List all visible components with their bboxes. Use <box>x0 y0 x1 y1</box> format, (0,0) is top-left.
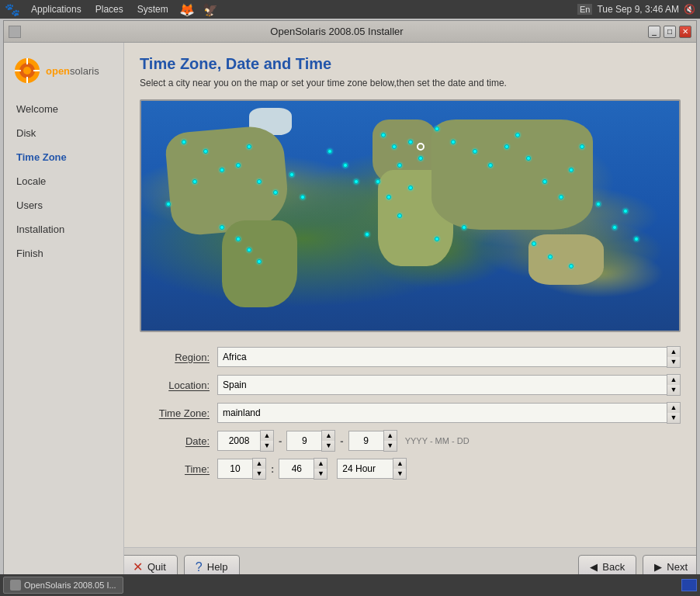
region-select[interactable]: Africa <box>217 347 667 367</box>
timezone-down-button[interactable]: ▼ <box>667 413 680 423</box>
places-menu[interactable]: Places <box>92 2 126 16</box>
year-up-button[interactable]: ▲ <box>261 431 273 441</box>
sidebar-item-locale[interactable]: Locale <box>4 169 123 193</box>
time-format-up-button[interactable]: ▲ <box>393 459 406 469</box>
month-up-button[interactable]: ▲ <box>322 431 334 441</box>
city-dot[interactable] <box>569 264 574 269</box>
city-dot[interactable] <box>542 179 547 184</box>
city-dot[interactable] <box>289 172 294 177</box>
lang-indicator: En <box>577 4 592 15</box>
year-down-button[interactable]: ▼ <box>261 441 273 451</box>
city-dot[interactable] <box>257 259 262 264</box>
region-select-container: Africa ▲ ▼ <box>217 346 681 368</box>
city-dot[interactable] <box>397 163 402 168</box>
city-dot[interactable] <box>451 140 456 144</box>
city-dot[interactable] <box>300 195 305 199</box>
city-dot[interactable] <box>392 144 397 149</box>
sidebar-item-welcome[interactable]: Welcome <box>4 97 123 121</box>
day-down-button[interactable]: ▼ <box>384 441 397 451</box>
city-dot[interactable] <box>526 156 531 161</box>
firefox-icon[interactable]: 🦊 <box>179 2 195 17</box>
city-dot[interactable] <box>515 133 520 137</box>
region-up-button[interactable]: ▲ <box>667 347 680 357</box>
city-dot[interactable] <box>220 168 224 172</box>
maximize-button[interactable]: □ <box>664 26 676 38</box>
city-dot[interactable] <box>408 185 413 190</box>
city-dot[interactable] <box>236 237 241 241</box>
city-dot[interactable] <box>343 163 348 168</box>
minimize-button[interactable]: _ <box>648 26 660 38</box>
timezone-select-container: mainland ▲ ▼ <box>217 402 681 424</box>
city-dot[interactable] <box>247 144 251 149</box>
location-up-button[interactable]: ▲ <box>667 375 680 385</box>
city-dot[interactable] <box>273 190 278 195</box>
city-dot[interactable] <box>327 149 332 154</box>
city-dot[interactable] <box>623 209 628 213</box>
city-dot[interactable] <box>462 225 466 230</box>
world-map[interactable] <box>140 99 681 332</box>
city-dot[interactable] <box>365 232 369 237</box>
city-dot[interactable] <box>236 163 241 168</box>
city-dot[interactable] <box>488 163 493 168</box>
hour-down-button[interactable]: ▼ <box>253 469 265 479</box>
quit-label: Quit <box>147 561 166 573</box>
city-dot[interactable] <box>548 255 553 259</box>
city-dot[interactable] <box>397 213 402 218</box>
city-dot[interactable] <box>257 179 262 184</box>
city-dot[interactable] <box>634 237 639 241</box>
sidebar-item-timezone[interactable]: Time Zone <box>4 145 123 169</box>
sidebar-item-disk[interactable]: Disk <box>4 121 123 145</box>
day-up-button[interactable]: ▲ <box>384 431 397 441</box>
minute-down-button[interactable]: ▼ <box>314 469 327 479</box>
thunderbird-icon[interactable]: 🦅 <box>203 2 218 17</box>
city-dot[interactable] <box>569 168 574 172</box>
city-dot[interactable] <box>580 144 584 149</box>
city-dot[interactable] <box>418 156 423 161</box>
city-dot[interactable] <box>435 126 439 131</box>
city-dot[interactable] <box>182 140 186 144</box>
close-button[interactable]: ✕ <box>679 26 691 38</box>
city-dot[interactable] <box>386 195 391 199</box>
city-dot[interactable] <box>220 225 224 230</box>
city-dot[interactable] <box>596 202 601 206</box>
gnome-foot-icon[interactable]: 🐾 <box>5 2 20 17</box>
month-input[interactable]: 9 <box>286 431 321 451</box>
time-format-down-button[interactable]: ▼ <box>393 469 406 479</box>
city-dot[interactable] <box>408 140 413 144</box>
region-down-button[interactable]: ▼ <box>667 357 680 367</box>
city-dot[interactable] <box>166 202 171 206</box>
sidebar-item-installation[interactable]: Installation <box>4 217 123 241</box>
city-dot[interactable] <box>532 241 536 246</box>
day-input[interactable]: 9 <box>348 431 383 451</box>
minute-up-button[interactable]: ▲ <box>314 459 327 469</box>
sidebar-item-finish[interactable]: Finish <box>4 241 123 265</box>
location-down-button[interactable]: ▼ <box>667 385 680 395</box>
city-dot[interactable] <box>473 149 477 154</box>
city-dot[interactable] <box>203 149 208 154</box>
system-menu[interactable]: System <box>134 2 172 16</box>
city-dot[interactable] <box>612 225 617 230</box>
city-dot[interactable] <box>504 144 509 149</box>
speaker-icon[interactable]: 🔇 <box>684 4 695 15</box>
city-dot[interactable] <box>247 248 251 252</box>
sidebar-item-users[interactable]: Users <box>4 193 123 217</box>
applications-menu[interactable]: Applications <box>28 2 85 16</box>
timezone-up-button[interactable]: ▲ <box>667 403 680 413</box>
city-dot[interactable] <box>381 133 386 137</box>
city-dot[interactable] <box>376 179 380 184</box>
taskbar-app-button[interactable]: OpenSolaris 2008.05 I... <box>3 577 123 594</box>
city-dot[interactable] <box>559 195 563 199</box>
location-select[interactable]: Spain <box>217 375 667 395</box>
hour-input[interactable]: 10 <box>217 459 252 479</box>
city-dot[interactable] <box>354 179 359 184</box>
minute-input[interactable]: 46 <box>279 459 314 479</box>
city-dot[interactable] <box>192 179 197 184</box>
year-input[interactable]: 2008 <box>217 431 260 451</box>
city-dot[interactable] <box>435 237 439 241</box>
timezone-select[interactable]: mainland <box>217 403 667 423</box>
date-field: 2008 ▲ ▼ - 9 ▲ <box>217 427 681 455</box>
time-format-select[interactable]: 24 Hour <box>337 459 393 479</box>
hour-up-button[interactable]: ▲ <box>253 459 265 469</box>
region-label: Region: <box>140 343 217 371</box>
month-down-button[interactable]: ▼ <box>322 441 334 451</box>
